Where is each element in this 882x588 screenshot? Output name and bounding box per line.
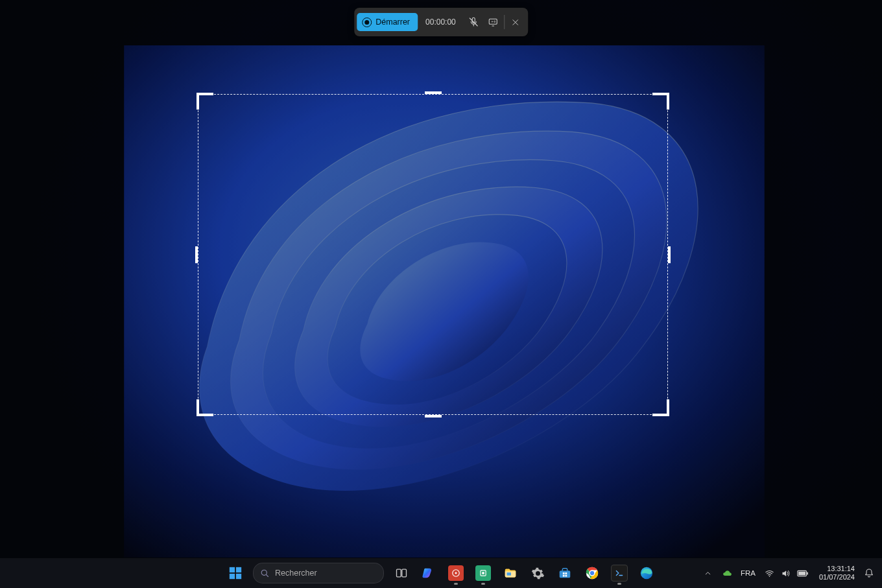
task-view-button[interactable] <box>389 561 414 585</box>
clock-date: 01/07/2024 <box>819 573 855 582</box>
microphone-toggle-button[interactable] <box>464 12 483 32</box>
close-toolbar-button[interactable] <box>506 12 525 32</box>
svg-rect-13 <box>482 572 484 574</box>
capture-selection-region[interactable] <box>198 94 668 415</box>
bell-icon <box>864 568 874 578</box>
svg-rect-16 <box>565 572 567 574</box>
svg-rect-8 <box>397 569 401 577</box>
svg-rect-4 <box>236 567 241 572</box>
windows-logo-icon <box>228 566 243 580</box>
svg-point-2 <box>492 21 493 22</box>
network-volume-battery-group[interactable] <box>759 569 814 578</box>
resize-handle-bottom-right[interactable] <box>652 399 669 416</box>
taskbar-clock[interactable]: 13:31:14 01/07/2024 <box>815 565 859 581</box>
wifi-icon <box>765 569 774 578</box>
svg-rect-9 <box>402 569 407 577</box>
taskbar-app-terminal[interactable] <box>607 561 632 585</box>
resize-handle-top-right[interactable] <box>652 93 669 110</box>
svg-point-23 <box>769 576 770 577</box>
copilot-icon <box>421 565 436 581</box>
svg-point-11 <box>455 572 457 574</box>
svg-rect-25 <box>798 571 805 575</box>
svg-rect-3 <box>230 567 235 572</box>
microphone-muted-icon <box>468 17 479 27</box>
language-indicator[interactable]: FRA <box>738 569 758 577</box>
system-audio-icon <box>488 17 498 27</box>
screen-recorder-toolbar: Démarrer 00:00:00 <box>354 8 528 36</box>
resize-handle-top-left[interactable] <box>197 93 213 110</box>
start-recording-button[interactable]: Démarrer <box>357 13 418 31</box>
search-placeholder-text: Rechercher <box>275 569 317 578</box>
registry-editor-icon <box>475 565 491 581</box>
battery-icon <box>797 569 809 578</box>
resize-handle-left[interactable] <box>195 246 200 263</box>
start-button[interactable] <box>223 561 248 585</box>
taskbar-app-registry[interactable] <box>471 561 495 585</box>
tray-overflow-button[interactable] <box>699 561 717 585</box>
svg-rect-6 <box>236 574 241 579</box>
system-tray: FRA 13:31:14 01/07/2024 <box>699 561 878 585</box>
taskbar-app-microsoft-store[interactable] <box>553 561 577 585</box>
resize-handle-bottom[interactable] <box>425 412 442 417</box>
taskbar-app-chrome[interactable] <box>580 561 604 585</box>
close-icon <box>511 18 519 27</box>
recording-timer: 00:00:00 <box>418 18 464 27</box>
svg-rect-1 <box>489 19 497 24</box>
edge-icon <box>639 565 654 581</box>
onedrive-icon <box>722 568 733 579</box>
start-button-label: Démarrer <box>375 18 410 27</box>
resize-handle-bottom-left[interactable] <box>197 399 213 416</box>
taskbar: Rechercher <box>0 558 882 588</box>
volume-icon <box>781 569 791 578</box>
powertoys-icon <box>448 565 464 581</box>
notifications-button[interactable] <box>860 561 878 585</box>
svg-rect-17 <box>563 575 565 577</box>
copilot-button[interactable] <box>416 561 441 585</box>
taskbar-app-edge[interactable] <box>634 561 659 585</box>
resize-handle-right[interactable] <box>665 246 671 263</box>
resize-handle-top[interactable] <box>425 91 442 97</box>
taskbar-app-settings[interactable] <box>525 561 550 585</box>
svg-rect-15 <box>563 572 565 574</box>
taskbar-app-file-explorer[interactable] <box>498 561 523 585</box>
svg-rect-18 <box>565 575 567 577</box>
gear-icon <box>531 567 545 580</box>
chrome-icon <box>584 565 600 581</box>
clock-time: 13:31:14 <box>819 565 855 573</box>
task-view-icon <box>395 567 408 580</box>
language-label: FRA <box>741 569 756 577</box>
taskbar-center-group: Rechercher <box>223 561 659 585</box>
search-icon <box>260 569 270 578</box>
taskbar-app-powertoys[interactable] <box>444 561 468 585</box>
record-icon <box>362 18 372 27</box>
file-explorer-icon <box>503 565 518 581</box>
microsoft-store-icon <box>557 565 573 581</box>
taskbar-search-box[interactable]: Rechercher <box>253 563 384 583</box>
system-audio-toggle-button[interactable] <box>483 12 503 32</box>
svg-rect-14 <box>507 572 511 576</box>
tray-onedrive-button[interactable] <box>719 561 737 585</box>
terminal-icon <box>611 565 628 582</box>
svg-rect-5 <box>230 574 235 579</box>
chevron-up-icon <box>704 570 711 577</box>
svg-rect-26 <box>807 572 808 574</box>
